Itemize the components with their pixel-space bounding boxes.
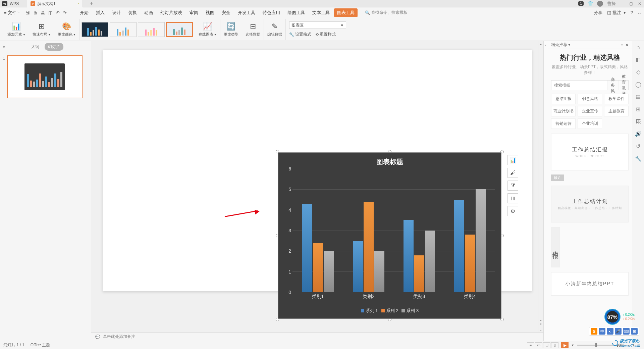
save-as-icon[interactable]: 🗎 [33,10,38,15]
print-icon[interactable]: 🖶 [41,10,45,15]
sorter-view-button[interactable]: ⊞ [543,342,550,348]
ime-voice-icon[interactable]: 🎤 [615,328,622,335]
chart-element-selector[interactable]: 图表区 ▼ [289,21,346,29]
change-type-button[interactable]: 🔄 更改类型 [220,19,242,40]
bar[interactable] [454,200,464,292]
bar[interactable] [374,251,384,292]
template-tag[interactable]: 企业培训 [578,118,602,129]
slide-thumbnail-1[interactable]: 1 [3,55,88,98]
quick-layout-button[interactable]: ⊞ 快速布局▼ [29,19,54,40]
document-tab[interactable]: P 演示文稿1 • [27,0,83,7]
meter-value[interactable]: 87% [604,309,621,325]
template-card-2[interactable]: 工作总结计划 精品模板 · 高端商务 · 工作总结 · 工作计划 [551,186,629,222]
rail-tools-icon[interactable]: 🔧 [635,155,642,162]
menu-tab-2[interactable]: 设计 [109,8,124,17]
ime-punct-button[interactable]: •, [607,328,613,335]
slides-tab[interactable]: 幻灯片 [45,43,63,51]
edit-data-button[interactable]: ✎ 编辑数据 [264,19,286,40]
template-tag[interactable]: 总结汇报 [551,94,576,104]
template-tag[interactable]: 创意风格 [578,94,602,104]
chart-elements-button[interactable]: 📊 [507,155,518,165]
sidebar-toggle[interactable]: ‹ [544,41,548,341]
style-thumb-4[interactable] [166,22,193,37]
bar-group[interactable] [444,169,495,292]
template-tag[interactable]: 主题教育 [604,106,629,116]
menu-tab-12[interactable]: 文本工具 [309,8,333,17]
menu-tab-9[interactable]: 开发工具 [235,8,258,17]
print-preview-icon[interactable]: ◫ [48,10,53,15]
annotate-button[interactable]: ◫ 批注 ▾ [607,10,626,16]
chart-object[interactable]: 图表标题 0123456 类别1类别2类别3类别4 系列 1系列 2系列 3 📊… [277,152,502,319]
template-card-3[interactable]: 工作汇报 [551,227,560,267]
chart-title[interactable]: 图表标题 [278,153,501,168]
select-data-button[interactable]: ⊟ 选择数据 [242,19,264,40]
bar[interactable] [414,255,424,292]
rail-shape-icon[interactable]: ◇ [636,69,640,75]
outline-tab[interactable]: 大纲 [28,43,43,51]
template-tag[interactable]: 企业宣传 [578,106,602,116]
menu-tab-3[interactable]: 切换 [125,8,140,17]
bar[interactable] [364,202,374,292]
chart-styles-button[interactable]: 🖌 [507,168,518,178]
redo-icon[interactable]: ↷ [63,10,67,15]
new-tab-button[interactable]: + [90,0,93,7]
next-slide-icon[interactable]: ⭳ [538,327,543,332]
sogou-icon[interactable]: S [591,328,597,335]
minimize-button[interactable]: — [620,1,625,6]
bar[interactable] [313,243,323,292]
rail-image-icon[interactable]: 🖼 [636,118,641,124]
bar[interactable] [476,189,486,292]
style-thumb-3[interactable] [138,22,165,37]
notes-bar[interactable]: 💬 单击此处添加备注 [91,332,543,341]
legend-item[interactable]: 系列 2 [381,308,398,314]
style-thumb-2[interactable] [110,22,137,37]
reset-style-button[interactable]: ⟲重置样式 [315,32,336,37]
template-search[interactable]: 商务风 教育教学 [551,80,629,90]
ribbon-collapse-icon[interactable]: ︿ [638,10,642,16]
panel-collapse-icon[interactable]: « [3,45,5,49]
segment-education[interactable]: 教育教学 [618,81,629,90]
rail-history-icon[interactable]: ↺ [636,143,640,149]
panel-settings-icon[interactable]: ≡ [621,43,623,47]
menu-tab-1[interactable]: 插入 [93,8,108,17]
save-icon[interactable]: 🖫 [25,10,30,15]
rail-home-icon[interactable]: ⌂ [637,44,640,50]
template-tag[interactable]: 商业计划书 [551,106,576,116]
rail-audio-icon[interactable]: 🔊 [635,131,642,137]
rail-layers-icon[interactable]: ▤ [636,94,641,100]
menu-tab-5[interactable]: 幻灯片放映 [157,8,185,17]
chart-style-gallery[interactable] [79,22,195,37]
help-icon[interactable]: ? [631,10,633,15]
ime-toolbar[interactable]: S 中 •, 🎤 ⌨ ⊞ [589,327,639,336]
chart-plot-area[interactable]: 0123456 类别1类别2类别3类别4 [283,169,495,298]
bar[interactable] [324,251,334,292]
close-button[interactable]: ✕ [637,1,642,6]
menu-tab-11[interactable]: 绘图工具 [284,8,308,17]
command-search[interactable]: 🔍 查找命令、搜索模板 [365,10,408,15]
template-search-input[interactable] [551,81,607,90]
template-tag[interactable]: 教学课件 [604,94,629,104]
rail-style-icon[interactable]: ◧ [636,56,641,63]
rail-layout-icon[interactable]: ⊞ [636,106,640,112]
change-color-button[interactable]: 🎨 更改颜色▼ [54,19,79,40]
share-button[interactable]: 分享 [594,10,602,16]
template-card-1[interactable]: 工作总结汇报 WORK · REPORT [551,134,629,170]
normal-view-button[interactable]: ▭ [535,342,542,348]
apparel-icon[interactable]: 👕 [588,1,593,6]
add-element-button[interactable]: 📊 添加元素▼ [4,19,29,40]
maximize-button[interactable]: ▢ [629,1,633,6]
user-avatar[interactable] [597,1,603,7]
notes-view-button[interactable]: ≡ [527,342,534,348]
menu-tab-0[interactable]: 开始 [77,8,92,17]
template-card-4[interactable]: 小清新年终总结PPT [551,272,629,296]
play-dropdown-icon[interactable]: ▼ [571,344,574,347]
ime-lang-button[interactable]: 中 [599,328,605,335]
menu-tab-7[interactable]: 视图 [203,8,217,17]
notification-badge[interactable]: 1 [578,1,584,6]
legend-item[interactable]: 系列 1 [361,308,378,314]
bar[interactable] [465,235,475,292]
file-menu[interactable]: ≡ 文件 ﹀ [2,9,22,17]
chart-legend[interactable]: 系列 1系列 2系列 3 [278,308,501,314]
ime-keyboard-icon[interactable]: ⌨ [623,328,630,335]
bar-group[interactable] [292,169,343,292]
